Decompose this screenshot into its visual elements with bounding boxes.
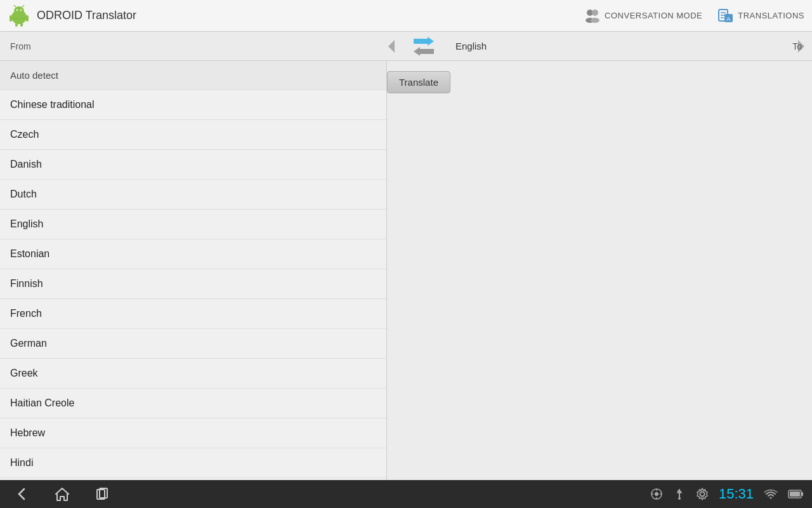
conversation-mode-label: CONVERSATION MODE xyxy=(605,11,702,20)
svg-point-14 xyxy=(591,18,599,23)
svg-line-5 xyxy=(22,5,24,7)
svg-rect-8 xyxy=(15,23,18,27)
conversation-icon xyxy=(584,8,601,24)
arrow-left-icon xyxy=(414,47,434,56)
settings-icon xyxy=(696,488,709,500)
language-list[interactable]: Auto detect Chinese traditional Czech Da… xyxy=(0,61,387,480)
app-logo xyxy=(8,4,30,27)
swap-area[interactable] xyxy=(398,37,449,56)
svg-point-1 xyxy=(14,6,24,15)
svg-rect-37 xyxy=(680,491,681,492)
svg-marker-23 xyxy=(414,47,434,56)
app-bar: ODROID Translator CONVERSATION MODE A T xyxy=(0,0,812,32)
svg-text:A: A xyxy=(727,16,731,22)
svg-rect-6 xyxy=(10,15,12,22)
svg-rect-7 xyxy=(26,15,29,22)
svg-rect-42 xyxy=(790,491,800,497)
language-item-dutch[interactable]: Dutch xyxy=(0,180,386,210)
svg-rect-41 xyxy=(801,492,803,496)
language-item-french[interactable]: French xyxy=(0,299,386,329)
from-label: From xyxy=(0,41,387,51)
language-item-finnish[interactable]: Finnish xyxy=(0,269,386,299)
language-item-german[interactable]: German xyxy=(0,329,386,359)
svg-rect-9 xyxy=(20,23,23,27)
language-item-english[interactable]: English xyxy=(0,210,386,239)
svg-marker-22 xyxy=(414,37,434,46)
svg-point-38 xyxy=(678,497,681,500)
language-item-haitian-creole[interactable]: Haitian Creole xyxy=(0,389,386,418)
svg-marker-21 xyxy=(388,40,395,53)
app-title: ODROID Translator xyxy=(37,9,584,22)
usb-icon xyxy=(673,488,686,500)
conversation-mode-button[interactable]: CONVERSATION MODE xyxy=(584,8,702,24)
back-button[interactable] xyxy=(13,485,30,503)
language-item-danish[interactable]: Danish xyxy=(0,150,386,180)
to-language-display[interactable]: English xyxy=(449,41,797,51)
language-item-hindi[interactable]: Hindi xyxy=(0,448,386,478)
svg-line-4 xyxy=(14,5,16,7)
translations-button[interactable]: A TRANSLATIONS xyxy=(717,8,804,24)
home-icon xyxy=(53,485,71,503)
language-item-auto-detect[interactable]: Auto detect xyxy=(0,61,386,90)
right-panel: Translate xyxy=(387,61,812,480)
svg-point-12 xyxy=(592,10,598,16)
language-item-greek[interactable]: Greek xyxy=(0,359,386,389)
to-label: To xyxy=(792,41,802,51)
main-content: Auto detect Chinese traditional Czech Da… xyxy=(0,61,812,480)
nav-right-status: 15:31 xyxy=(409,486,812,502)
left-chevron-icon xyxy=(387,39,396,54)
svg-point-29 xyxy=(655,492,658,496)
battery-icon xyxy=(788,489,804,499)
svg-rect-36 xyxy=(678,490,679,492)
location-icon xyxy=(650,488,663,500)
translations-icon: A xyxy=(717,8,734,24)
language-item-chinese-traditional[interactable]: Chinese traditional xyxy=(0,90,386,120)
svg-point-3 xyxy=(20,9,22,10)
translate-button[interactable]: Translate xyxy=(387,71,450,93)
language-item-hebrew[interactable]: Hebrew xyxy=(0,418,386,448)
translations-label: TRANSLATIONS xyxy=(738,11,804,20)
to-language-name: English xyxy=(455,41,487,51)
arrow-right-icon xyxy=(414,37,434,46)
language-item-czech[interactable]: Czech xyxy=(0,120,386,150)
home-button[interactable] xyxy=(53,485,71,503)
top-actions: CONVERSATION MODE A TRANSLATIONS xyxy=(584,8,804,24)
language-item-estonian[interactable]: Estonian xyxy=(0,239,386,269)
svg-marker-25 xyxy=(56,488,69,500)
svg-point-39 xyxy=(700,492,704,497)
recents-button[interactable] xyxy=(94,485,112,503)
recents-icon xyxy=(94,485,112,503)
svg-point-2 xyxy=(16,9,18,10)
nav-bar: 15:31 xyxy=(0,480,812,508)
nav-left-buttons xyxy=(0,485,409,503)
wifi-icon xyxy=(764,488,778,500)
back-icon xyxy=(13,485,30,503)
time-display: 15:31 xyxy=(719,486,754,502)
header-row: From English To xyxy=(0,32,812,61)
